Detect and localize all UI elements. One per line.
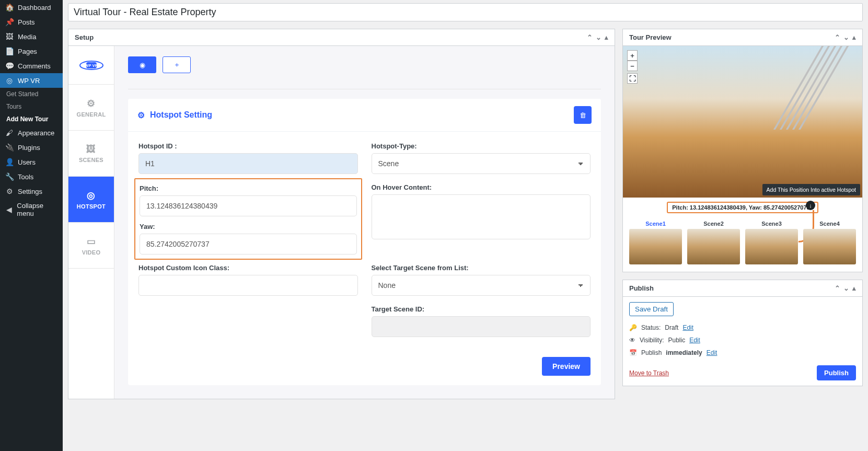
nav-users[interactable]: 👤Users [0, 155, 63, 169]
icon-class-label: Hotspot Custom Icon Class: [138, 264, 358, 272]
pitch-input[interactable] [140, 195, 357, 216]
visibility-value: Public [668, 337, 685, 344]
edit-schedule-link[interactable]: Edit [707, 349, 717, 356]
gear-icon: ⚙ [87, 98, 95, 109]
fullscreen-button[interactable]: ⛶ [627, 73, 638, 84]
hotspot-heading: Hotspot Setting [150, 110, 212, 120]
edit-visibility-link[interactable]: Edit [689, 337, 700, 344]
yaw-input[interactable] [140, 234, 357, 255]
subnav-get-started[interactable]: Get Started [0, 88, 63, 100]
apply-position-button[interactable]: ↓ [806, 201, 815, 210]
tab-hotspot[interactable]: ◎HOTSPOT [68, 177, 114, 223]
nav-plugins[interactable]: 🔌Plugins [0, 140, 63, 155]
calendar-icon: 📅 [629, 349, 637, 356]
admin-sidebar: 🏠Dashboard 📌Posts 🖼Media 📄Pages 💬Comment… [0, 0, 63, 415]
chevron-down-icon[interactable]: ⌄ [843, 284, 849, 292]
chevron-down-icon[interactable]: ⌄ [843, 33, 849, 41]
thumb-image [745, 229, 798, 264]
plug-icon: 🔌 [5, 143, 14, 152]
nav-label: Media [18, 33, 36, 41]
zoom-out-button[interactable]: − [627, 61, 638, 71]
preview-button[interactable]: Preview [542, 357, 591, 376]
nav-comments[interactable]: 💬Comments [0, 59, 63, 73]
nav-label: Plugins [18, 144, 40, 152]
setup-panel: Setup ⌃ ⌄ ▴ WP VR ⚙GENERAL [68, 29, 615, 399]
scene-label: Scene3 [761, 221, 782, 227]
status-label: Status: [641, 324, 661, 331]
nav-label: Tools [18, 173, 33, 181]
nav-wpvr[interactable]: ◎WP VR [0, 73, 63, 88]
target-scene-id-input [372, 316, 591, 337]
scene-thumb-4[interactable]: Scene4 [803, 221, 856, 264]
key-icon: 🔑 [629, 324, 637, 331]
nav-tools[interactable]: 🔧Tools [0, 169, 63, 184]
dot-icon: ◉ [140, 61, 145, 69]
yaw-label: Yaw: [140, 223, 357, 230]
tour-title-input[interactable] [74, 7, 857, 18]
image-icon: 🖼 [86, 144, 96, 155]
nav-settings[interactable]: ⚙Settings [0, 184, 63, 199]
nav-dashboard[interactable]: 🏠Dashboard [0, 0, 63, 15]
current-hotspot-button[interactable]: ◉ [128, 56, 156, 73]
comment-icon: 💬 [5, 62, 14, 70]
zoom-in-button[interactable]: + [627, 50, 638, 61]
tab-label: SCENES [79, 157, 103, 163]
add-hotspot-button[interactable]: ＋ [163, 56, 191, 73]
target-scene-label: Select Target Scene from List: [372, 264, 591, 272]
move-to-trash-link[interactable]: Move to Trash [629, 369, 669, 377]
panel-title: Setup [75, 33, 94, 41]
caret-up-icon[interactable]: ▴ [852, 33, 856, 41]
thumb-image [803, 229, 856, 264]
save-draft-button[interactable]: Save Draft [629, 302, 674, 316]
video-icon: ▭ [87, 236, 96, 247]
subnav-tours[interactable]: Tours [0, 100, 63, 113]
target-scene-select[interactable]: None [372, 275, 591, 296]
nav-collapse[interactable]: ◀Collapse menu [0, 199, 63, 221]
subnav-add-new[interactable]: Add New Tour [0, 113, 63, 125]
publish-panel: Publish ⌃ ⌄ ▴ Save Draft 🔑Status: Draft … [622, 280, 863, 386]
pitch-label: Pitch: [140, 184, 357, 192]
target-scene-id-label: Target Scene ID: [372, 305, 591, 313]
scene-thumb-2[interactable]: Scene2 [687, 221, 740, 264]
panorama-viewport[interactable]: + − ⛶ Add This Position Into active Hots… [623, 46, 862, 198]
brush-icon: 🖌 [5, 129, 14, 137]
edit-status-link[interactable]: Edit [682, 324, 693, 331]
nav-label: Collapse menu [17, 202, 57, 217]
tab-scenes[interactable]: 🖼SCENES [68, 131, 114, 177]
vertical-tabs: WP VR ⚙GENERAL 🖼SCENES ◎HOTSPOT ▭VIDEO [68, 46, 114, 399]
collapse-icon: ◀ [5, 205, 13, 214]
sliders-icon: ⚙ [5, 187, 14, 195]
trash-icon: 🗑 [580, 111, 586, 119]
delete-hotspot-button[interactable]: 🗑 [574, 106, 592, 124]
nav-label: Appearance [18, 129, 54, 137]
caret-up-icon[interactable]: ▴ [605, 33, 608, 41]
hotspot-type-label: Hotspot-Type: [372, 142, 591, 150]
user-icon: 👤 [5, 158, 14, 166]
chevron-up-icon[interactable]: ⌃ [835, 33, 840, 41]
chevron-down-icon[interactable]: ⌄ [596, 33, 601, 41]
scene-thumb-3[interactable]: Scene3 [745, 221, 798, 264]
publish-button[interactable]: Publish [817, 365, 856, 380]
pitch-yaw-readout: Pitch: 13.124836124380439, Yaw: 85.27420… [667, 202, 818, 213]
hover-content-textarea[interactable] [372, 194, 591, 239]
hotspot-id-input [138, 153, 358, 174]
wrench-icon: 🔧 [5, 172, 14, 181]
panel-title: Publish [629, 284, 654, 292]
nav-appearance[interactable]: 🖌Appearance [0, 125, 63, 140]
chevron-up-icon[interactable]: ⌃ [835, 284, 840, 292]
nav-media[interactable]: 🖼Media [0, 29, 63, 44]
tab-general[interactable]: ⚙GENERAL [68, 85, 114, 131]
nav-posts[interactable]: 📌Posts [0, 15, 63, 29]
nav-label: WP VR [18, 77, 40, 85]
chevron-up-icon[interactable]: ⌃ [587, 33, 593, 41]
scene-thumb-1[interactable]: Scene1 [629, 221, 682, 264]
visibility-label: Visibility: [640, 337, 664, 344]
panel-title: Tour Preview [629, 33, 672, 41]
hotspot-type-select[interactable]: Scene [372, 153, 591, 174]
nav-pages[interactable]: 📄Pages [0, 44, 63, 59]
icon-class-input[interactable] [138, 275, 358, 296]
gauge-icon: 🏠 [5, 3, 14, 11]
caret-up-icon[interactable]: ▴ [852, 284, 856, 292]
tab-video[interactable]: ▭VIDEO [68, 223, 114, 269]
tab-label: GENERAL [77, 111, 106, 118]
